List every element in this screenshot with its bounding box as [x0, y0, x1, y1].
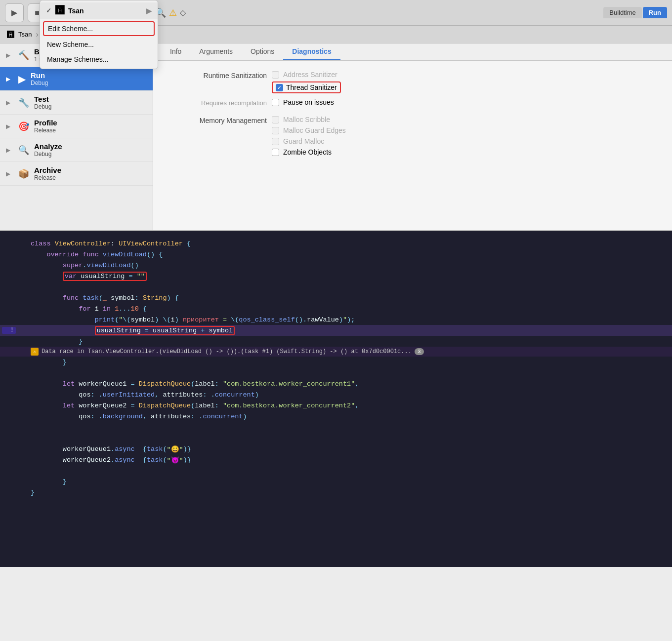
- sidebar-item-analyze[interactable]: ▶ 🔍 Analyze Debug: [0, 138, 153, 162]
- boxed-var: var usualString = "": [63, 272, 147, 281]
- requires-recompilation-label: Requires recompilation: [168, 98, 267, 107]
- scheme-editor: ▶ 🔨 Build 1 target ▶ ▶ Run Debug ▶ 🔧 Tes…: [0, 43, 672, 231]
- code-line-12: [0, 367, 672, 378]
- malloc-guard-edges-checkbox[interactable]: [272, 127, 279, 134]
- code-line-17: [0, 422, 672, 433]
- edit-scheme-item[interactable]: Edit Scheme...: [43, 21, 155, 36]
- tab-run[interactable]: Run: [643, 7, 667, 18]
- run-title: Run: [31, 71, 48, 80]
- memory-management-section: Memory Management Malloc Scribble Malloc…: [168, 116, 657, 156]
- nav-icon: ◇: [180, 8, 186, 17]
- pause-on-issues-checkbox[interactable]: [272, 99, 279, 106]
- new-scheme-item[interactable]: New Scheme...: [40, 37, 158, 52]
- scheme-name: Tsan: [68, 7, 84, 15]
- code-line-22: }: [0, 476, 672, 487]
- breadcrumb-project-icon: 🅰: [7, 30, 14, 39]
- code-line-23: }: [0, 487, 672, 498]
- test-subtitle: Debug: [34, 103, 51, 110]
- code-line-5: [0, 281, 672, 292]
- archive-text: Archive Release: [34, 166, 61, 181]
- test-icon: 🔧: [18, 97, 29, 108]
- play-icon: ▶: [11, 8, 17, 17]
- scheme-header: ✓ 🅰 Tsan ▶: [40, 2, 158, 19]
- code-editor[interactable]: class ViewController: UIViewController {…: [0, 231, 672, 567]
- archive-icon: 📦: [18, 168, 29, 179]
- gutter-9: !: [2, 327, 16, 334]
- sidebar-item-profile[interactable]: ▶ 🎯 Profile Release: [0, 115, 153, 138]
- code-line-20: workerQueue2.async {task("😈")}: [0, 454, 672, 465]
- analyze-expand-arrow: ▶: [6, 147, 10, 154]
- profile-text: Profile Release: [34, 119, 57, 134]
- code-line-6: func task(_ symbol: String) {: [0, 292, 672, 303]
- diagnostic-row: ⚠ Data race in Tsan.ViewController.(view…: [0, 347, 672, 357]
- scheme-dropdown[interactable]: ✓ 🅰 Tsan ▶ Edit Scheme... New Scheme... …: [40, 0, 158, 69]
- code-line-8: print("\(symbol) \(i) приоритет = \(qos_…: [0, 314, 672, 325]
- diagnostic-count: 3: [415, 348, 424, 355]
- warning-icon: ⚠: [169, 7, 177, 18]
- zombie-objects-label: Zombie Objects: [283, 148, 332, 156]
- sidebar-item-run[interactable]: ▶ ▶ Run Debug: [0, 67, 153, 91]
- profile-title: Profile: [34, 119, 57, 127]
- diagnostics-content: Runtime Sanitization Address Sanitizer T…: [153, 61, 672, 230]
- code-line-2: override func viewDidLoad() {: [0, 249, 672, 260]
- thread-sanitizer-row: Thread Sanitizer: [272, 81, 341, 93]
- thread-sanitizer-checkbox[interactable]: [276, 84, 283, 91]
- scheme-icon: 🅰: [55, 5, 64, 16]
- tab-diagnostics[interactable]: Diagnostics: [283, 43, 340, 60]
- code-line-10: }: [0, 336, 672, 347]
- stop-icon: ■: [35, 8, 40, 17]
- scheme-expand-arrow: ▶: [146, 7, 152, 15]
- build-expand-arrow: ▶: [6, 52, 10, 59]
- test-expand-arrow: ▶: [6, 99, 10, 106]
- code-line-19: workerQueue1.async {task("😀")}: [0, 443, 672, 454]
- analyze-icon: 🔍: [18, 145, 29, 156]
- archive-subtitle: Release: [34, 174, 61, 181]
- scheme-checkmark: ✓: [46, 7, 51, 14]
- analyze-subtitle: Debug: [34, 151, 62, 158]
- analyze-text: Analyze Debug: [34, 142, 62, 158]
- guard-malloc-label: Guard Malloc: [283, 137, 324, 145]
- manage-schemes-item[interactable]: Manage Schemes...: [40, 52, 158, 67]
- memory-management-label: Memory Management: [168, 116, 267, 124]
- zombie-objects-checkbox[interactable]: [272, 149, 279, 156]
- tab-options[interactable]: Options: [242, 43, 283, 60]
- breadcrumb-project-name[interactable]: Tsan: [18, 31, 32, 38]
- tab-buildtime[interactable]: Buildtime: [603, 7, 641, 18]
- code-line-1: class ViewController: UIViewController {: [0, 238, 672, 249]
- diagnostic-icon: ⚠: [31, 348, 39, 356]
- code-line-4: var usualString = "": [0, 271, 672, 281]
- code-line-18: [0, 433, 672, 443]
- code-line-14: qos: .userInitiated, attributes: .concur…: [0, 389, 672, 400]
- code-line-9: ! usualString = usualString + symbol: [0, 325, 672, 336]
- run-text: Run Debug: [31, 71, 48, 86]
- code-line-13: let workerQueue1 = DispatchQueue(label: …: [0, 378, 672, 389]
- pause-on-issues-label: Pause on issues: [283, 98, 334, 106]
- sidebar-item-archive[interactable]: ▶ 📦 Archive Release: [0, 162, 153, 186]
- run-subtitle: Debug: [31, 80, 48, 86]
- requires-recompilation-section: Requires recompilation Pause on issues: [168, 98, 657, 107]
- dropdown-divider-1: [40, 20, 158, 20]
- thread-sanitizer-label: Thread Sanitizer: [286, 83, 337, 91]
- malloc-guard-edges-label: Malloc Guard Edges: [283, 126, 346, 134]
- play-button[interactable]: ▶: [5, 3, 24, 22]
- malloc-scribble-checkbox[interactable]: [272, 116, 279, 123]
- tab-arguments[interactable]: Arguments: [190, 43, 242, 60]
- code-line-15: let workerQueue2 = DispatchQueue(label: …: [0, 400, 672, 411]
- sidebar-item-test[interactable]: ▶ 🔧 Test Debug: [0, 91, 153, 115]
- address-sanitizer-checkbox[interactable]: [272, 71, 279, 79]
- analyze-title: Analyze: [34, 142, 62, 151]
- test-title: Test: [34, 95, 51, 103]
- code-line-7: for i in 1...10 {: [0, 303, 672, 314]
- guard-malloc-checkbox[interactable]: [272, 138, 279, 145]
- zombie-objects-row: Zombie Objects: [272, 148, 346, 156]
- run-expand-arrow: ▶: [6, 76, 10, 82]
- tab-info[interactable]: Info: [161, 43, 190, 60]
- code-line-3: super.viewDidLoad(): [0, 260, 672, 271]
- build-icon: 🔨: [18, 50, 29, 61]
- sanitization-controls: Address Sanitizer Thread Sanitizer: [272, 71, 341, 93]
- scheme-detail-panel: Info Arguments Options Diagnostics Runti…: [153, 43, 672, 230]
- diagnostic-text: Data race in Tsan.ViewController.(viewDi…: [42, 348, 412, 355]
- boxed-assignment: usualString = usualString + symbol: [95, 326, 235, 335]
- thread-sanitizer-box: Thread Sanitizer: [272, 81, 341, 93]
- malloc-guard-edges-row: Malloc Guard Edges: [272, 126, 346, 134]
